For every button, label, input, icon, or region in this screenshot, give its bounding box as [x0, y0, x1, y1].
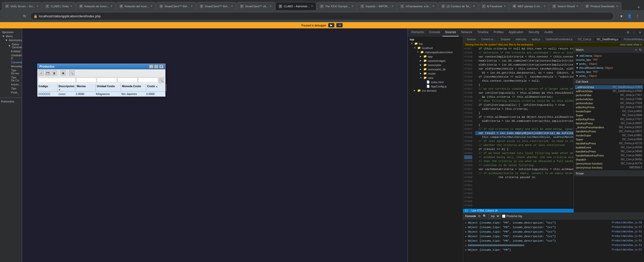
- devtools-tab-console[interactable]: Console: [426, 28, 442, 36]
- callstack-item[interactable]: bubbleEventISC_Core.js:40336: [575, 145, 643, 149]
- devtools-tab-sources[interactable]: Sources: [442, 28, 459, 36]
- devtools-tab-timeline[interactable]: Timeline: [475, 28, 491, 36]
- file-tree-item[interactable]: ▼📁clabs/application/client: [409, 50, 462, 54]
- save-record-btn[interactable]: 💾: [45, 70, 51, 76]
- tab-close-btn[interactable]: ✕: [36, 5, 38, 8]
- console-expand-icon[interactable]: ▶: [465, 221, 467, 225]
- callstack-item[interactable]: handleKeyPressISC_Core.js:34548: [575, 149, 643, 153]
- sidebar-item-tipo-co[interactable]: Tipo De Co: [10, 75, 21, 82]
- callstack-item[interactable]: handleKeyPressISC_Forms.js:42719: [575, 141, 643, 145]
- callstack-item[interactable]: invokeSuperISC_Core.js:6691: [575, 109, 643, 113]
- callstack-item[interactable]: handleNativeKeyPressISC_Core.js:34960: [575, 153, 643, 158]
- console-expand-icon[interactable]: ▶: [465, 239, 467, 243]
- sidebar-item-insum[interactable]: Insum...: [10, 82, 21, 86]
- console-file-ref[interactable]: ProductoWindow.js:51: [612, 230, 642, 234]
- file-tree-item[interactable]: 📄AppConfig.js: [409, 84, 462, 88]
- scope-header[interactable]: Scope: [574, 171, 644, 176]
- callstack-item[interactable]: (anonymous function)VM33569:3: [575, 166, 643, 170]
- tab-close-btn[interactable]: ✕: [504, 5, 506, 8]
- tab-close-btn[interactable]: ✕: [191, 5, 193, 8]
- sidebar-item-prod[interactable]: Prod...: [10, 90, 21, 94]
- search-input-2[interactable]: [76, 78, 96, 83]
- profile-btn[interactable]: 👤: [626, 13, 633, 20]
- sources-tab[interactable]: Sources: [464, 38, 479, 41]
- bookmarks-btn[interactable]: ★: [618, 13, 625, 20]
- browser-tab[interactable]: SSmartClient™ Ref...✕: [156, 2, 196, 10]
- tab-close-btn[interactable]: ✕: [543, 5, 545, 8]
- file-tree-item[interactable]: ▶📁isomorphic_lib: [409, 67, 462, 71]
- callstack-item[interactable]: performActionISC_Grids.js:77286: [575, 97, 643, 101]
- sidebar-item-conversion[interactable]: Conversion: [10, 60, 21, 64]
- devtools-more-btn[interactable]: ⋮: [631, 29, 637, 35]
- console-file-ref[interactable]: ProductoWindow.js:51: [612, 234, 642, 239]
- browser-tab[interactable]: VVivify Scrum – Scr...✕: [2, 2, 42, 10]
- console-expand-icon[interactable]: ▶: [465, 243, 467, 248]
- menu-btn[interactable]: ⋮: [634, 13, 641, 20]
- sidebar-item-unidades[interactable]: Unidades D: [10, 53, 21, 60]
- callstack-item[interactable]: editorKeyPressISC_Grids.js:77083: [575, 105, 643, 109]
- console-expand-icon[interactable]: ▶: [465, 248, 467, 252]
- callstack-item[interactable]: _willFetchDataISC_DataBinding.js:47654: [575, 85, 643, 89]
- console-expand-icon[interactable]: ▶: [465, 225, 467, 230]
- sources-tab[interactable]: ISC_Core.js: [575, 38, 594, 41]
- add-watch-btn[interactable]: +: [635, 48, 637, 52]
- devtools-tab-security[interactable]: Security: [526, 28, 542, 36]
- new-record-btn[interactable]: +: [38, 70, 44, 76]
- browser-tab[interactable]: 2(2) Combos de Tel...✕: [438, 2, 478, 10]
- console-clear-btn[interactable]: ♻: [478, 214, 481, 218]
- file-tree-item[interactable]: 📄index.html: [409, 80, 462, 84]
- new-tab-btn[interactable]: +: [637, 5, 640, 10]
- browser-tab[interactable]: IImpacto – IMPOR...✕: [357, 2, 397, 10]
- devtools-tab-network[interactable]: Network: [459, 28, 475, 36]
- search-icon-btn[interactable]: 🔍: [159, 78, 164, 83]
- reload-btn[interactable]: ↻: [21, 13, 28, 20]
- code-editor[interactable]: 4762747628476294763047631476324763347634…: [463, 47, 574, 209]
- search-input-5[interactable]: [138, 78, 158, 83]
- browser-tab[interactable]: ffb Facebook✕: [479, 2, 509, 10]
- tab-close-btn[interactable]: ✕: [270, 5, 272, 8]
- console-expand-icon[interactable]: ▶: [465, 234, 467, 239]
- callstack-item[interactable]: performActionISC_Grids.js:77224: [575, 101, 643, 105]
- sidebar-item-menu[interactable]: ▼ Menu: [1, 34, 21, 38]
- close-btn[interactable]: ✕: [159, 65, 163, 68]
- console-file-ref[interactable]: ProductoWindow.js:51: [612, 239, 642, 243]
- console-file-ref[interactable]: ProductoWindow.js:57: [612, 225, 642, 230]
- file-tree-item[interactable]: ▶📁app: [409, 54, 462, 59]
- table-row[interactable]: CCCCCC ccccc 2.0000 Kilogramos Yen Japon…: [37, 92, 165, 96]
- preserve-log-checkbox[interactable]: [502, 215, 505, 218]
- tab-close-btn[interactable]: ✕: [432, 5, 434, 8]
- console-file-ref[interactable]: ProductoWindow.js:57: [612, 248, 642, 252]
- devtools-tab-profiles[interactable]: Profiles: [491, 28, 506, 36]
- address-bar[interactable]: 🔒 localhost/clabs/application/client/ind…: [30, 12, 614, 20]
- debug-resume-btn[interactable]: ▶: [328, 23, 334, 27]
- file-tree-item[interactable]: ▶📁assets/images: [409, 59, 462, 63]
- sources-tab[interactable]: Snippets: [498, 38, 513, 41]
- print-btn[interactable]: 🖶: [60, 70, 66, 76]
- callstack-item[interactable]: performFilterISC_Grids.js:77417: [575, 93, 643, 97]
- sources-tab[interactable]: apply.js: [529, 38, 543, 41]
- callstack-item[interactable]: SuperISC_Core.js:6509: [575, 113, 643, 117]
- tab-close-btn[interactable]: ✕: [150, 5, 152, 8]
- tab-close-btn[interactable]: ✕: [351, 5, 353, 8]
- browser-tab[interactable]: MMEF plantas 6 ref...✕: [509, 2, 549, 10]
- browser-tab[interactable]: CCLABS – Administr...✕: [275, 2, 316, 10]
- callstack-item[interactable]: invokeSuperISC_Core.js:6691: [575, 133, 643, 137]
- tab-close-btn[interactable]: ✕: [473, 5, 475, 8]
- tab-close-btn[interactable]: ✕: [311, 5, 313, 8]
- browser-tab[interactable]: SSmartClient™ Ref...✕: [196, 2, 236, 10]
- search-input-4[interactable]: [117, 78, 138, 83]
- browser-tab[interactable]: RRotación de Inven...✕: [76, 2, 116, 10]
- sidebar-item-admin[interactable]: ▼ Administrador: [4, 38, 21, 42]
- sources-tab[interactable]: Content.ss...: [479, 38, 498, 41]
- browser-tab[interactable]: RRotación del Inver...✕: [116, 2, 156, 10]
- callstack-item[interactable]: handleKeyPressISC_Forms.js:32872: [575, 129, 643, 133]
- serving-actions[interactable]: more never show ✕: [620, 43, 642, 46]
- search-input[interactable]: [38, 78, 76, 83]
- file-tree-item[interactable]: ▼📁top: [409, 41, 462, 46]
- devtools-tab-audits[interactable]: Audits: [542, 28, 555, 36]
- console-filter-btn[interactable]: 🔍: [483, 214, 487, 218]
- devtools-tab-elements[interactable]: Elements: [409, 28, 426, 36]
- sidebar-item-monedas[interactable]: Monedas: [10, 64, 21, 68]
- file-tree-item[interactable]: ▼📁view: [409, 76, 462, 80]
- back-btn[interactable]: ←: [3, 13, 10, 20]
